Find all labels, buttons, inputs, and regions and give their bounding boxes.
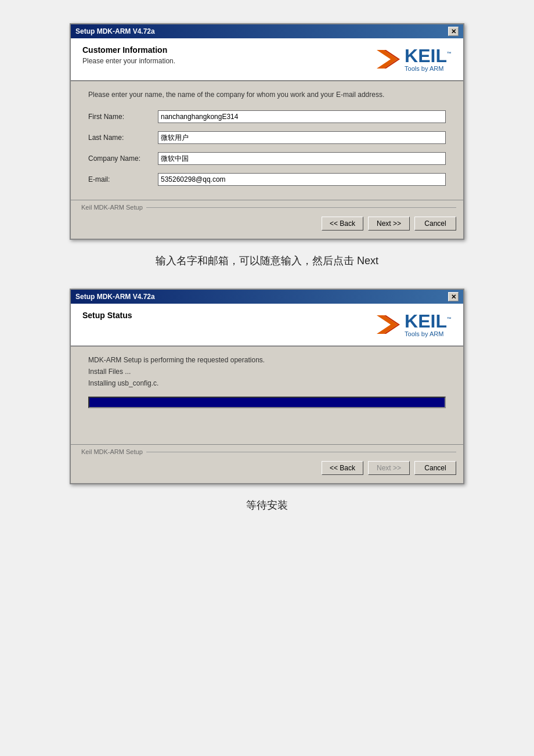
first-name-label: First Name: bbox=[88, 113, 158, 121]
dialog2-title-text: Setup MDK-ARM V4.72a bbox=[75, 293, 155, 301]
dialog1-back-button[interactable]: << Back bbox=[322, 217, 363, 231]
dialog1-section-title: Customer Information bbox=[82, 45, 175, 55]
progress-block-5 bbox=[132, 399, 142, 406]
company-input[interactable] bbox=[158, 152, 446, 165]
progress-block-4 bbox=[122, 399, 131, 406]
keil-brand-name-2: KEIL™ bbox=[405, 312, 452, 330]
svg-marker-2 bbox=[377, 315, 398, 334]
keil-brand-subtitle: Tools by ARM bbox=[405, 65, 443, 72]
dialog1-cancel-button[interactable]: Cancel bbox=[414, 217, 456, 231]
last-name-input[interactable] bbox=[158, 131, 446, 144]
email-input[interactable] bbox=[158, 173, 446, 186]
keil-brand-subtitle-2: Tools by ARM bbox=[405, 330, 443, 337]
dialog2-cancel-button[interactable]: Cancel bbox=[414, 461, 456, 475]
dialog1-section-subtitle: Please enter your information. bbox=[82, 57, 175, 65]
progress-block-3 bbox=[111, 399, 121, 406]
dialog2-footer-divider: Keil MDK-ARM Setup bbox=[78, 448, 456, 455]
keil-logo-text-area-2: KEIL™ Tools by ARM bbox=[405, 312, 452, 337]
dialog1-title-area: Setup MDK-ARM V4.72a bbox=[75, 27, 155, 35]
keil-arrow-icon bbox=[374, 45, 402, 73]
progress-block-1 bbox=[91, 399, 100, 406]
progress-block-2 bbox=[101, 399, 110, 406]
dialog2-back-button[interactable]: << Back bbox=[322, 461, 363, 475]
status-line-1: MDK-ARM Setup is performing the requeste… bbox=[88, 356, 446, 364]
dialog1-button-row: << Back Next >> Cancel bbox=[78, 214, 456, 233]
dialog2-status-body: MDK-ARM Setup is performing the requeste… bbox=[71, 347, 463, 444]
dialog2-header-text: Setup Status bbox=[82, 311, 132, 322]
dialog2-content: Setup Status KEIL™ Tools by ARM MDK-ARM … bbox=[71, 304, 463, 483]
dialog2-title-area: Setup MDK-ARM V4.72a bbox=[75, 293, 155, 301]
keil-brand-name: KEIL™ bbox=[405, 46, 452, 65]
form-description: Please enter your name, the name of the … bbox=[88, 91, 446, 99]
dialog2-footer-label: Keil MDK-ARM Setup bbox=[78, 448, 146, 455]
progress-bar-fill bbox=[89, 398, 445, 407]
company-label: Company Name: bbox=[88, 154, 158, 163]
first-name-row: First Name: bbox=[88, 110, 446, 123]
first-name-input[interactable] bbox=[158, 110, 446, 123]
setup-status-dialog: Setup MDK-ARM V4.72a ✕ Setup Status KEIL… bbox=[70, 289, 464, 484]
dialog2-section-title: Setup Status bbox=[82, 311, 132, 320]
email-row: E-mail: bbox=[88, 173, 446, 186]
dialog1-footer: Keil MDK-ARM Setup << Back Next >> Cance… bbox=[71, 200, 463, 239]
dialog1-footer-label: Keil MDK-ARM Setup bbox=[78, 204, 146, 211]
dialog1-header: Customer Information Please enter your i… bbox=[71, 38, 463, 81]
progress-bar-container bbox=[88, 397, 446, 408]
customer-info-dialog: Setup MDK-ARM V4.72a ✕ Customer Informat… bbox=[70, 23, 464, 240]
dialog2-next-button[interactable]: Next >> bbox=[368, 461, 410, 475]
footer2-line-right bbox=[146, 452, 456, 452]
keil-logo-text-area: KEIL™ Tools by ARM bbox=[405, 46, 452, 72]
dialog1-header-text: Customer Information Please enter your i… bbox=[82, 45, 175, 65]
email-label: E-mail: bbox=[88, 175, 158, 183]
keil-arrow-icon-2 bbox=[374, 311, 402, 339]
instruction-text-2: 等待安装 bbox=[70, 498, 464, 512]
dialog2-button-row: << Back Next >> Cancel bbox=[78, 459, 456, 477]
status-line-2: Install Files ... bbox=[88, 368, 446, 376]
keil-logo: KEIL™ Tools by ARM bbox=[374, 45, 452, 73]
dialog2-titlebar: Setup MDK-ARM V4.72a ✕ bbox=[71, 290, 463, 304]
dialog1-close-button[interactable]: ✕ bbox=[448, 27, 459, 36]
dialog2-footer: Keil MDK-ARM Setup << Back Next >> Cance… bbox=[71, 444, 463, 483]
svg-marker-0 bbox=[377, 50, 398, 69]
dialog1-footer-divider: Keil MDK-ARM Setup bbox=[78, 204, 456, 211]
dialog1-content: Customer Information Please enter your i… bbox=[71, 38, 463, 239]
dialog1-titlebar: Setup MDK-ARM V4.72a ✕ bbox=[71, 24, 463, 38]
instruction-text-1: 输入名字和邮箱，可以随意输入，然后点击 Next bbox=[70, 254, 464, 268]
dialog1-title-text: Setup MDK-ARM V4.72a bbox=[75, 27, 155, 35]
keil-logo-2: KEIL™ Tools by ARM bbox=[374, 311, 452, 339]
last-name-row: Last Name: bbox=[88, 131, 446, 144]
footer-line-right bbox=[146, 207, 456, 208]
dialog2-close-button[interactable]: ✕ bbox=[448, 292, 459, 301]
last-name-label: Last Name: bbox=[88, 134, 158, 142]
status-line-3: Installing usb_config.c. bbox=[88, 379, 446, 387]
status-spacer bbox=[88, 417, 446, 438]
dialog1-next-button[interactable]: Next >> bbox=[368, 217, 410, 231]
company-row: Company Name: bbox=[88, 152, 446, 165]
dialog2-header: Setup Status KEIL™ Tools by ARM bbox=[71, 304, 463, 347]
dialog1-form-body: Please enter your name, the name of the … bbox=[71, 81, 463, 200]
